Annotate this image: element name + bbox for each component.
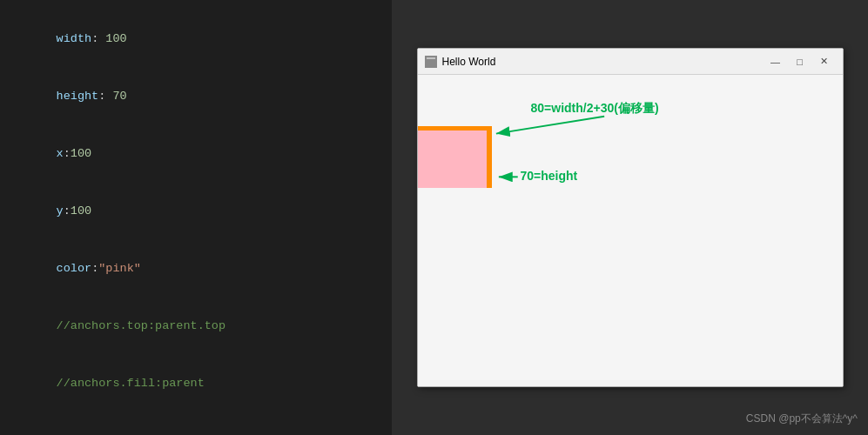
window-content: 80=width/2+30(偏移量) 70=height (418, 75, 843, 386)
code-line-6: //anchors.top:parent.top (14, 298, 378, 355)
code-line-4: y:100 (14, 183, 378, 240)
window-titlebar: Hello World — □ ✕ (418, 49, 843, 75)
svg-rect-1 (427, 57, 435, 59)
code-panel: width: 100 height: 70 x:100 y:100 color:… (0, 0, 392, 435)
pink-rectangle (418, 127, 488, 188)
code-line-2: height: 70 (14, 68, 378, 125)
orange-right-border (487, 127, 492, 188)
window-controls: — □ ✕ (764, 53, 836, 70)
close-button[interactable]: ✕ (813, 53, 836, 70)
code-line-5: color:"pink" (14, 240, 378, 298)
code-line-8: // anchors.bottom: parent.bottom (14, 412, 378, 435)
width-annotation-label: 80=width/2+30(偏移量) (531, 101, 659, 117)
preview-panel: Hello World — □ ✕ (392, 0, 868, 435)
maximize-button[interactable]: □ (789, 53, 811, 70)
orange-top-border (418, 126, 492, 130)
minimize-button[interactable]: — (764, 53, 787, 70)
annotations-layer (418, 75, 843, 386)
svg-line-3 (495, 117, 603, 134)
code-line-3: x:100 (14, 125, 378, 183)
window-icon (425, 56, 437, 68)
code-line-7: //anchors.fill:parent (14, 355, 378, 412)
height-annotation-label: 70=height (521, 169, 578, 183)
watermark: CSDN @pp不会算法^y^ (746, 412, 858, 426)
window-frame: Hello World — □ ✕ (417, 48, 844, 387)
window-title: Hello World (442, 56, 764, 68)
code-line-1: width: 100 (14, 10, 378, 68)
